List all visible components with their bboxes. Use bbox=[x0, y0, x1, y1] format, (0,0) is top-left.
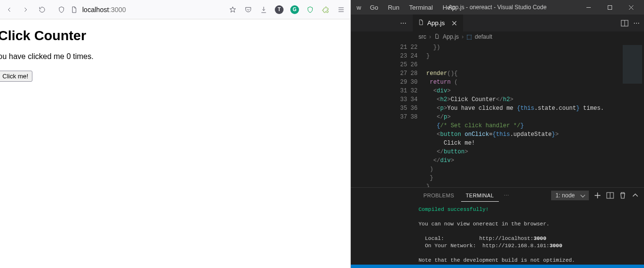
close-window-button[interactable] bbox=[621, 0, 641, 14]
more-actions-icon[interactable]: ⋯ bbox=[632, 19, 640, 27]
panel-actions: 1: node bbox=[551, 191, 639, 200]
panel-tab-problems[interactable]: PROBLEMS bbox=[419, 190, 459, 201]
terminal-line: Compiled successfully! bbox=[419, 207, 489, 212]
puzzle-icon[interactable] bbox=[321, 5, 330, 14]
split-terminal-icon[interactable] bbox=[606, 192, 614, 199]
browser-content: Click Counter ou have clicked me 0 times… bbox=[0, 19, 350, 268]
bottom-panel: PROBLEMS TERMINAL ⋯ 1: node Compiled suc… bbox=[351, 187, 644, 265]
menubar-prefix: w bbox=[354, 4, 364, 11]
breadcrumb[interactable]: src › App.js › ⬚ default bbox=[351, 31, 644, 42]
url-text: localhost:3000 bbox=[82, 6, 126, 14]
editor[interactable]: 21 22 23 24 25 26 27 28 29 30 31 32 33 3… bbox=[351, 42, 644, 187]
vscode-title: App.js - onereact - Visual Studio Code bbox=[448, 4, 546, 11]
click-me-button[interactable]: Click me! bbox=[0, 71, 32, 82]
tabbar: ⋯ App.js ⋯ bbox=[351, 15, 644, 31]
toolbar-right: T G bbox=[228, 5, 345, 14]
menu-terminal[interactable]: Terminal bbox=[405, 2, 437, 13]
chevron-icon: › bbox=[429, 33, 431, 40]
download-icon[interactable] bbox=[259, 5, 268, 14]
terminal-line: Note that the development build is not o… bbox=[419, 257, 575, 263]
breadcrumb-file-icon bbox=[434, 33, 440, 41]
page-icon bbox=[70, 5, 78, 14]
vscode-window: w Go Run Terminal Help App.js - onereact… bbox=[351, 0, 644, 268]
terminal-line: Local: http://localhost:3000 bbox=[419, 236, 546, 241]
maximize-panel-icon[interactable] bbox=[631, 192, 639, 199]
tab-appjs[interactable]: App.js bbox=[413, 15, 464, 31]
tab-filename: App.js bbox=[427, 19, 445, 27]
menu-run[interactable]: Run bbox=[384, 2, 404, 13]
chevron-icon: › bbox=[462, 33, 464, 40]
breadcrumb-folder: src bbox=[419, 33, 426, 40]
symbol-icon: ⬚ bbox=[466, 33, 472, 40]
tab-close-icon[interactable] bbox=[450, 19, 458, 27]
code-content[interactable]: }) } render(){ return ( <div> <h2>Click … bbox=[423, 42, 644, 187]
terminal-line: You can now view onereact in the browser… bbox=[419, 221, 550, 227]
kill-terminal-icon[interactable] bbox=[619, 192, 627, 199]
bookmark-icon[interactable] bbox=[228, 5, 237, 14]
panel-tab-terminal[interactable]: TERMINAL bbox=[461, 190, 499, 202]
statusbar[interactable] bbox=[351, 265, 644, 268]
panel-tab-more-icon[interactable]: ⋯ bbox=[501, 190, 512, 202]
new-terminal-icon[interactable] bbox=[594, 192, 601, 199]
page-heading: Click Counter bbox=[0, 28, 350, 44]
vscode-body: ⋯ App.js ⋯ src › App.js › ⬚ default 21 2… bbox=[351, 15, 644, 265]
reload-icon[interactable] bbox=[38, 5, 46, 14]
line-number-gutter: 21 22 23 24 25 26 27 28 29 30 31 32 33 3… bbox=[397, 42, 423, 187]
url-host: localhost bbox=[82, 6, 109, 14]
file-icon bbox=[418, 19, 424, 27]
minimap[interactable] bbox=[621, 42, 644, 187]
browser-toolbar: localhost:3000 T G bbox=[0, 0, 350, 19]
extension-t-icon[interactable]: T bbox=[275, 5, 284, 14]
shield2-icon[interactable] bbox=[306, 5, 315, 14]
terminal-output[interactable]: Compiled successfully! You can now view … bbox=[351, 203, 644, 265]
url-bar[interactable]: localhost:3000 bbox=[54, 5, 221, 14]
window-controls bbox=[578, 0, 641, 14]
tabbar-actions: ⋯ bbox=[621, 15, 644, 31]
maximize-button[interactable] bbox=[599, 0, 620, 14]
terminal-select[interactable]: 1: node bbox=[551, 191, 589, 200]
forward-icon[interactable] bbox=[21, 5, 30, 14]
browser-window: localhost:3000 T G Click Counter ou have… bbox=[0, 0, 351, 268]
back-icon[interactable] bbox=[5, 5, 14, 14]
pocket-icon[interactable] bbox=[244, 5, 253, 14]
panel-tabs: PROBLEMS TERMINAL ⋯ 1: node bbox=[351, 188, 644, 203]
svg-rect-0 bbox=[608, 5, 612, 9]
menu-go[interactable]: Go bbox=[366, 2, 382, 13]
hamburger-icon[interactable] bbox=[337, 5, 345, 14]
url-port: :3000 bbox=[109, 6, 126, 14]
breadcrumb-file: App.js bbox=[443, 33, 459, 40]
page-paragraph: ou have clicked me 0 times. bbox=[0, 52, 350, 61]
breadcrumb-symbol: default bbox=[475, 33, 492, 40]
tab-overflow-icon[interactable]: ⋯ bbox=[393, 15, 413, 31]
minimize-button[interactable] bbox=[578, 0, 599, 14]
shield-icon[interactable] bbox=[57, 5, 66, 14]
vscode-menubar: w Go Run Terminal Help App.js - onereact… bbox=[351, 0, 644, 15]
extension-g-icon[interactable]: G bbox=[290, 5, 299, 14]
terminal-line: On Your Network: http://192.168.8.101:30… bbox=[419, 243, 562, 249]
split-editor-icon[interactable] bbox=[621, 19, 629, 27]
